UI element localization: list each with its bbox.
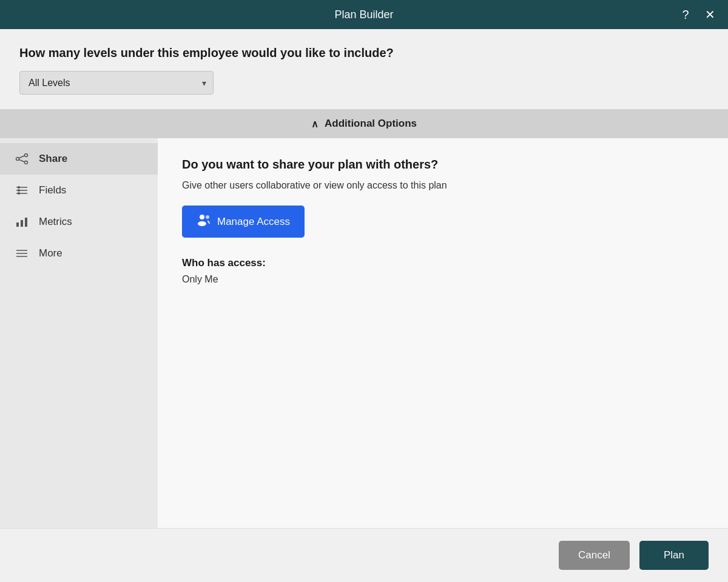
sidebar: Share Fields bbox=[0, 138, 158, 528]
svg-line-3 bbox=[19, 156, 24, 158]
modal-dialog: Plan Builder ? ✕ How many levels under t… bbox=[0, 0, 728, 582]
svg-point-18 bbox=[198, 221, 206, 226]
modal-title: Plan Builder bbox=[334, 8, 393, 21]
sidebar-item-more-label: More bbox=[39, 247, 62, 259]
manage-access-button[interactable]: Manage Access bbox=[182, 206, 305, 238]
sidebar-item-share[interactable]: Share bbox=[0, 143, 158, 175]
who-has-access-label: Who has access: bbox=[182, 257, 704, 269]
more-icon bbox=[15, 248, 29, 259]
title-bar: Plan Builder ? ✕ bbox=[0, 0, 728, 29]
main-body: Share Fields bbox=[0, 138, 728, 528]
people-icon bbox=[197, 214, 211, 229]
sidebar-item-more[interactable]: More bbox=[0, 238, 158, 269]
levels-select-wrapper: All Levels 1 Level 2 Levels 3 Levels 4 L… bbox=[19, 71, 214, 95]
levels-question: How many levels under this employee woul… bbox=[19, 46, 709, 60]
svg-point-8 bbox=[18, 186, 20, 189]
share-panel: Do you want to share your plan with othe… bbox=[158, 138, 728, 528]
svg-rect-12 bbox=[21, 220, 23, 227]
levels-select[interactable]: All Levels 1 Level 2 Levels 3 Levels 4 L… bbox=[19, 71, 214, 95]
sidebar-item-fields[interactable]: Fields bbox=[0, 175, 158, 206]
additional-options-bar[interactable]: ∧ Additional Options bbox=[0, 109, 728, 138]
sidebar-item-share-label: Share bbox=[39, 153, 67, 165]
metrics-icon bbox=[15, 216, 29, 227]
sidebar-item-fields-label: Fields bbox=[39, 184, 66, 196]
svg-line-4 bbox=[19, 159, 24, 162]
who-has-access-value: Only Me bbox=[182, 274, 704, 285]
manage-access-label: Manage Access bbox=[217, 216, 290, 228]
fields-icon bbox=[15, 185, 29, 196]
svg-point-19 bbox=[206, 215, 209, 219]
top-section: How many levels under this employee woul… bbox=[0, 29, 728, 109]
help-icon[interactable]: ? bbox=[677, 6, 694, 23]
svg-rect-13 bbox=[25, 218, 27, 227]
svg-point-1 bbox=[25, 161, 28, 164]
plan-button[interactable]: Plan bbox=[639, 541, 709, 570]
svg-rect-11 bbox=[16, 222, 19, 227]
cancel-button[interactable]: Cancel bbox=[559, 541, 630, 570]
share-icon bbox=[15, 153, 29, 164]
additional-options-label: Additional Options bbox=[325, 118, 417, 130]
title-bar-icons: ? ✕ bbox=[677, 6, 718, 23]
footer: Cancel Plan bbox=[0, 528, 728, 582]
collapse-chevron-icon: ∧ bbox=[311, 118, 318, 130]
svg-point-2 bbox=[16, 158, 19, 161]
sidebar-item-metrics[interactable]: Metrics bbox=[0, 206, 158, 238]
share-description: Give other users collaborative or view o… bbox=[182, 180, 704, 191]
svg-point-0 bbox=[25, 154, 28, 157]
close-icon[interactable]: ✕ bbox=[701, 6, 718, 23]
svg-point-17 bbox=[200, 215, 204, 219]
share-question: Do you want to share your plan with othe… bbox=[182, 158, 704, 172]
svg-point-10 bbox=[18, 192, 20, 195]
sidebar-item-metrics-label: Metrics bbox=[39, 216, 72, 228]
svg-point-9 bbox=[18, 189, 20, 192]
